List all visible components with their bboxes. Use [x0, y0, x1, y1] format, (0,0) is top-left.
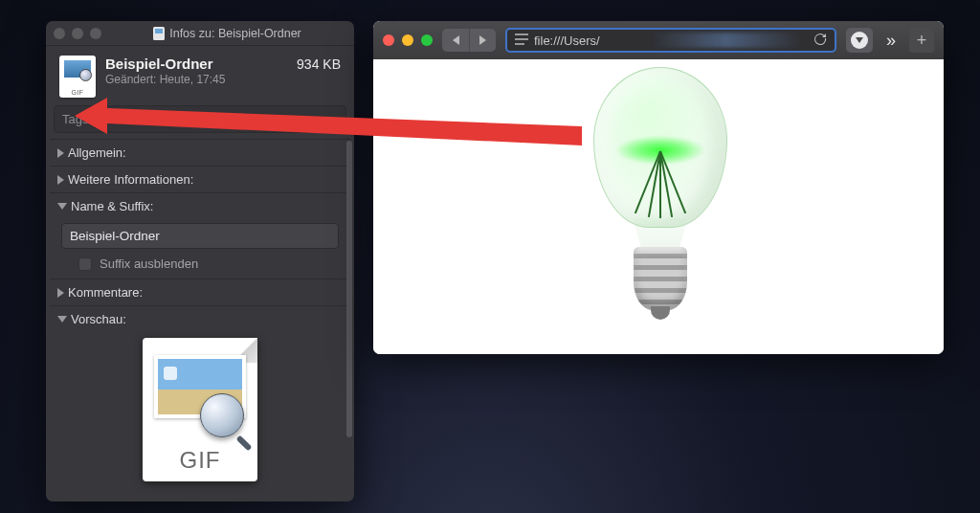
minimize-dot[interactable] — [72, 28, 83, 39]
tags-input[interactable]: Tags … — [54, 105, 346, 133]
url-redaction — [651, 33, 802, 48]
svg-rect-3 — [515, 38, 528, 40]
scrollbar[interactable] — [346, 141, 352, 437]
chevron-left-icon — [453, 35, 459, 45]
disclosure-down-icon — [57, 316, 67, 323]
disclosure-right-icon — [57, 175, 64, 185]
file-size: 934 KB — [297, 56, 341, 72]
downloads-button[interactable] — [846, 28, 873, 53]
info-traffic-lights — [54, 28, 101, 39]
zoom-button[interactable] — [421, 34, 433, 46]
svg-rect-4 — [515, 43, 524, 45]
preview-area: GIF — [50, 332, 350, 495]
suffix-hide-row[interactable]: Suffix ausblenden — [50, 255, 350, 279]
lightbulb-image — [574, 67, 746, 335]
file-thumbnail-large[interactable]: GIF — [143, 338, 257, 481]
modified-date: Geändert: Heute, 17:45 — [105, 73, 287, 86]
reload-button[interactable] — [813, 33, 827, 49]
name-input[interactable]: Beispiel-Ordner — [61, 223, 339, 249]
file-thumbnail-small[interactable] — [59, 56, 96, 98]
url-text: file:///Users/ — [534, 33, 600, 48]
info-window-title: Infos zu: Beispiel-Ordner — [108, 27, 346, 40]
nav-buttons — [442, 29, 496, 52]
magnifier-icon — [200, 393, 244, 437]
safari-window: file:///Users/ » + — [373, 21, 944, 354]
svg-rect-2 — [515, 33, 528, 35]
svg-rect-1 — [155, 29, 163, 33]
close-button[interactable] — [383, 34, 394, 46]
overflow-button[interactable]: » — [882, 31, 900, 51]
browser-traffic-lights — [383, 34, 433, 46]
browser-toolbar: file:///Users/ » + — [373, 21, 944, 59]
section-comments[interactable]: Kommentare: — [50, 279, 350, 305]
info-header: Beispiel-Ordner Geändert: Heute, 17:45 9… — [46, 46, 354, 105]
section-name-suffix[interactable]: Name & Suffix: — [50, 192, 350, 219]
back-button[interactable] — [442, 29, 469, 52]
disclosure-down-icon — [57, 203, 67, 210]
section-general[interactable]: Allgemein: — [50, 139, 350, 166]
file-extension-label: GIF — [143, 447, 257, 474]
document-icon — [153, 27, 165, 40]
section-more-info[interactable]: Weitere Informationen: — [50, 166, 350, 192]
chevron-right-icon — [479, 35, 486, 45]
close-dot[interactable] — [54, 28, 65, 39]
address-bar[interactable]: file:///Users/ — [505, 28, 836, 53]
info-titlebar[interactable]: Infos zu: Beispiel-Ordner — [46, 21, 354, 46]
browser-content — [373, 59, 944, 354]
reader-icon[interactable] — [515, 33, 528, 48]
section-preview[interactable]: Vorschau: — [50, 305, 350, 332]
minimize-button[interactable] — [402, 34, 413, 46]
new-tab-button[interactable]: + — [909, 28, 934, 53]
zoom-dot[interactable] — [90, 28, 101, 39]
suffix-hide-label: Suffix ausblenden — [100, 256, 198, 271]
suffix-hide-checkbox[interactable] — [78, 257, 92, 271]
info-sections: Allgemein: Weitere Informationen: Name &… — [46, 139, 354, 502]
disclosure-right-icon — [57, 148, 64, 158]
download-icon — [851, 32, 868, 49]
forward-button[interactable] — [469, 29, 496, 52]
disclosure-right-icon — [57, 288, 64, 298]
get-info-window: Infos zu: Beispiel-Ordner Beispiel-Ordne… — [46, 21, 354, 502]
file-name: Beispiel-Ordner — [105, 56, 287, 72]
